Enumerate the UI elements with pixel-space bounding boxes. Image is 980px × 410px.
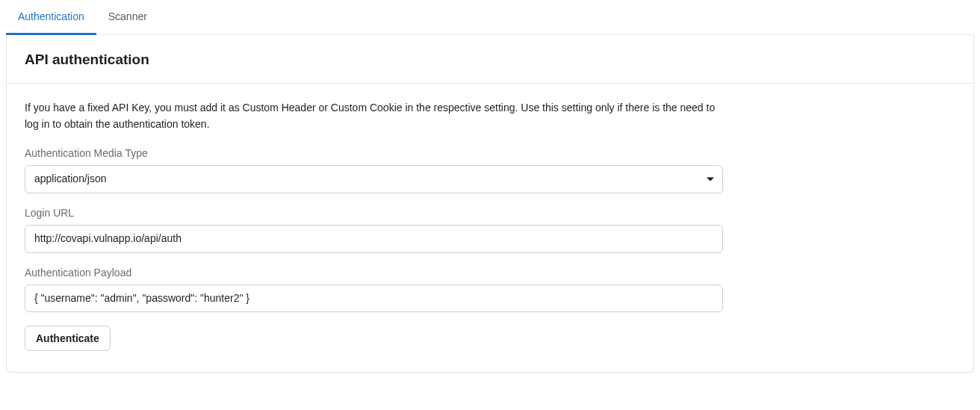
field-login-url: Login URL bbox=[25, 207, 723, 253]
label-auth-payload: Authentication Payload bbox=[25, 267, 723, 279]
label-media-type: Authentication Media Type bbox=[25, 147, 723, 159]
field-media-type: Authentication Media Type application/js… bbox=[25, 147, 723, 193]
panel-body: If you have a fixed API Key, you must ad… bbox=[7, 84, 973, 372]
field-auth-payload: Authentication Payload bbox=[25, 267, 723, 313]
panel-description: If you have a fixed API Key, you must ad… bbox=[25, 100, 727, 132]
panel-title: API authentication bbox=[25, 52, 955, 68]
select-media-type[interactable]: application/json bbox=[25, 165, 723, 193]
input-auth-payload[interactable] bbox=[25, 285, 723, 313]
label-login-url: Login URL bbox=[25, 207, 723, 219]
tab-bar: Authentication Scanner bbox=[6, 0, 974, 35]
tab-authentication[interactable]: Authentication bbox=[6, 0, 96, 35]
tab-scanner[interactable]: Scanner bbox=[96, 0, 159, 35]
input-login-url[interactable] bbox=[25, 225, 723, 253]
settings-panel: API authentication If you have a fixed A… bbox=[6, 35, 974, 373]
panel-header: API authentication bbox=[7, 35, 973, 84]
authenticate-button[interactable]: Authenticate bbox=[25, 326, 111, 351]
